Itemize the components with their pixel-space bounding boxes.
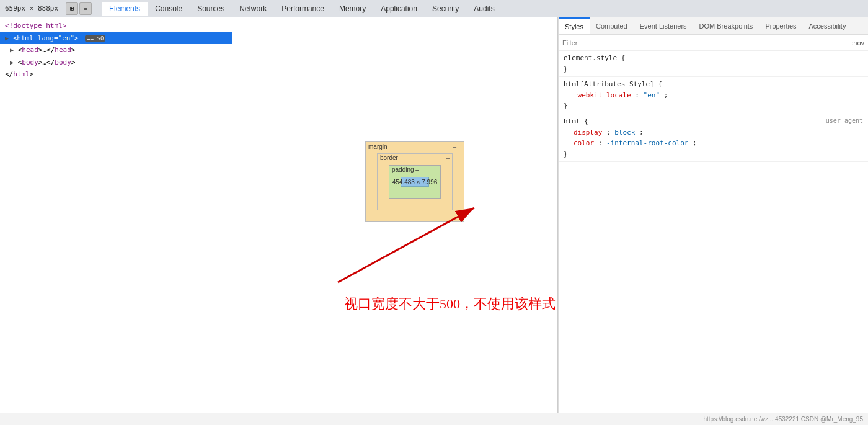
prop-val-color: -internal-root-color (606, 139, 688, 147)
inner-tab-dom-breakpoints[interactable]: DOM Breakpoints (693, 17, 760, 34)
responsive-icon[interactable]: ⊞ (66, 2, 78, 15)
css-close-html-attrs: } (564, 101, 863, 112)
content-layer: 454.483 × 7.996 – (401, 177, 429, 187)
selector-text: element.style { (564, 54, 625, 62)
prop-name-webkit: -webkit-locale (564, 91, 631, 99)
svg-line-1 (338, 208, 474, 282)
mobile-icon[interactable]: ▭ (79, 2, 92, 15)
margin-label: margin (368, 143, 388, 150)
margin-dash: – (453, 143, 456, 150)
head-line[interactable]: ▶ <head>…</head> (0, 44, 232, 56)
semi-display: ; (639, 128, 644, 136)
close-brace-ua: } (564, 150, 568, 158)
tab-audits[interactable]: Audits (466, 2, 502, 16)
selected-indicator: == $0 (85, 35, 105, 42)
border-label: border (380, 154, 398, 161)
body-arrow[interactable]: ▶ (10, 59, 14, 66)
tab-memory[interactable]: Memory (332, 2, 373, 16)
css-rule-html-attrs: html[Attributes Style] { -webkit-locale … (559, 77, 868, 114)
viewport-info: 659px × 888px (5, 4, 58, 12)
tab-performance[interactable]: Performance (274, 2, 332, 16)
body-tag: <body>…</body> (18, 58, 76, 66)
filter-input[interactable] (562, 39, 849, 47)
hov-button[interactable]: :hov (851, 39, 864, 47)
tab-sources[interactable]: Sources (190, 2, 232, 16)
inner-tab-properties[interactable]: Properties (759, 17, 802, 34)
html-close-tag: </html> (5, 70, 33, 78)
border-dash: – (446, 154, 450, 161)
content-bottom-dash: – (413, 178, 417, 185)
close-brace: } (564, 65, 568, 73)
viewport-icon-group: ⊞ ▭ (66, 2, 92, 15)
devtools-inner-tabs: Styles Computed Event Listeners DOM Brea… (559, 17, 868, 35)
annotation-text: 视口宽度不大于500，不使用该样式 (344, 296, 556, 311)
annotation: 视口宽度不大于500，不使用该样式 (344, 295, 556, 313)
styles-panel: :hov element.style { } html[Attributes S… (559, 35, 868, 413)
tab-application[interactable]: Application (373, 2, 425, 16)
padding-label: padding – (392, 166, 419, 173)
inner-tab-computed[interactable]: Computed (590, 17, 634, 34)
html-arrow[interactable]: ▶ (5, 35, 9, 42)
css-prop-display: display : block ; (564, 127, 863, 138)
filter-bar: :hov (559, 35, 868, 51)
prop-name-display: display (564, 128, 602, 136)
doctype-line: <!doctype html> (0, 20, 232, 32)
body-line[interactable]: ▶ <body>…</body> (0, 56, 232, 69)
source-label-ua: user agent (826, 116, 863, 127)
css-rule-html-ua: html { user agent display : block ; colo… (559, 114, 868, 162)
prop-val-webkit: "en" (644, 91, 660, 99)
css-rule-element-style: element.style { } (559, 51, 868, 77)
colon-color: : (598, 139, 606, 147)
css-selector-element-style: element.style { (564, 53, 863, 64)
prop-val-display: block (614, 128, 635, 136)
semi-color: ; (693, 139, 697, 147)
tab-security[interactable]: Security (425, 2, 466, 16)
css-rule-html-ua-header: html { user agent (564, 116, 863, 127)
devtools-right-panel: Styles Computed Event Listeners DOM Brea… (558, 17, 868, 413)
head-tag: <head>…</head> (18, 46, 76, 54)
colon-display: : (606, 128, 614, 136)
doctype-tag: <!doctype html> (5, 22, 66, 30)
tab-console[interactable]: Console (148, 2, 190, 16)
semi-webkit: ; (664, 91, 668, 99)
elements-tree-panel: <!doctype html> ▶ <html lang="en"> == $0… (0, 17, 232, 413)
devtools-main-tabs: Elements Console Sources Network Perform… (102, 2, 502, 16)
page-preview: margin – border – padding – 454.483 × 7.… (232, 17, 558, 413)
main-area: <!doctype html> ▶ <html lang="en"> == $0… (0, 17, 868, 413)
bottom-bar-text: https://blog.csdn.net/wz... 4532221 CSDN… (703, 416, 863, 423)
html-close-line: </html> (0, 68, 232, 81)
annotation-arrow (319, 189, 505, 289)
prop-name-color: color (564, 139, 594, 147)
css-prop-webkit-locale: -webkit-locale : "en" ; (564, 90, 863, 101)
inner-tab-styles[interactable]: Styles (559, 17, 590, 34)
top-bar: 659px × 888px ⊞ ▭ Elements Console Sourc… (0, 0, 868, 17)
bottom-bar: https://blog.csdn.net/wz... 4532221 CSDN… (0, 413, 868, 425)
css-prop-color: color : -internal-root-color ; (564, 138, 863, 149)
colon-webkit: : (635, 91, 643, 99)
close-brace-attrs: } (564, 102, 568, 110)
css-close-element-style: } (564, 64, 863, 75)
tab-elements[interactable]: Elements (102, 2, 148, 16)
inner-tab-event-listeners[interactable]: Event Listeners (634, 17, 693, 34)
selector-html: html { (564, 116, 588, 127)
html-tag-open: <html lang="en"> (13, 34, 79, 42)
inner-tab-accessibility[interactable]: Accessibility (803, 17, 852, 34)
css-selector-html-attrs: html[Attributes Style] { (564, 79, 863, 90)
selector-text-attrs: html[Attributes Style] { (564, 80, 662, 88)
html-line[interactable]: ▶ <html lang="en"> == $0 (0, 32, 232, 45)
tab-network[interactable]: Network (232, 2, 274, 16)
head-arrow[interactable]: ▶ (10, 47, 14, 53)
css-close-html-ua: } (564, 149, 863, 160)
